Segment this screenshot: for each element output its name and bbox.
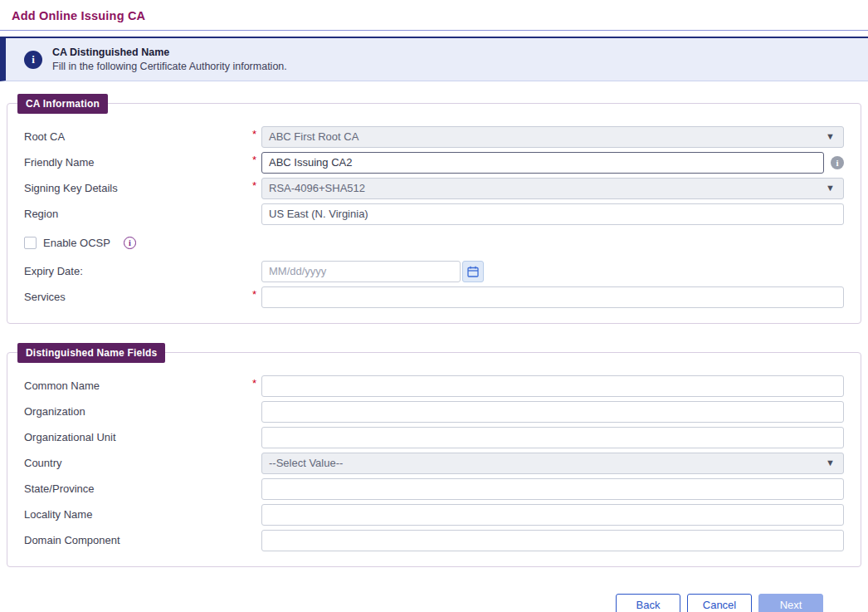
distinguished-name-badge: Distinguished Name Fields xyxy=(17,343,165,363)
country-row: Country --Select Value-- ▼ xyxy=(24,450,844,476)
root-ca-row: Root CA * ABC First Root CA ▼ xyxy=(24,124,844,149)
info-banner: i CA Distinguished Name Fill in the foll… xyxy=(0,37,868,81)
enable-ocsp-label: Enable OCSP xyxy=(43,237,110,249)
calendar-icon[interactable] xyxy=(462,261,484,282)
ca-information-section: CA Information Root CA * ABC First Root … xyxy=(7,103,861,324)
expiry-date-input[interactable] xyxy=(261,261,461,282)
services-label: Services xyxy=(24,291,261,303)
friendly-name-input[interactable] xyxy=(261,152,824,174)
organization-input[interactable] xyxy=(261,401,844,423)
root-ca-label: Root CA xyxy=(24,130,261,143)
organizational-unit-input[interactable] xyxy=(261,427,844,448)
common-name-row: Common Name * xyxy=(24,373,844,399)
signing-key-row: Signing Key Details * RSA-4096+SHA512 ▼ xyxy=(24,175,844,201)
expiry-date-row: Expiry Date: xyxy=(24,258,844,284)
signing-key-select[interactable]: RSA-4096+SHA512 ▼ xyxy=(261,178,844,199)
country-selected-value: --Select Value-- xyxy=(269,457,343,469)
root-ca-select[interactable]: ABC First Root CA ▼ xyxy=(261,126,844,148)
state-province-label: State/Province xyxy=(24,482,261,495)
root-ca-selected-value: ABC First Root CA xyxy=(269,130,358,143)
organization-row: Organization xyxy=(24,399,844,424)
required-asterisk: * xyxy=(252,377,256,389)
locality-name-row: Locality Name xyxy=(24,502,844,527)
banner-title: CA Distinguished Name xyxy=(52,47,287,58)
services-input[interactable] xyxy=(261,286,844,308)
page-header: Add Online Issuing CA xyxy=(0,0,868,30)
organization-label: Organization xyxy=(24,405,261,418)
locality-name-label: Locality Name xyxy=(24,508,261,521)
required-asterisk: * xyxy=(252,179,256,192)
region-input[interactable] xyxy=(261,203,844,225)
chevron-down-icon: ▼ xyxy=(826,132,835,141)
next-button[interactable]: Next xyxy=(758,594,823,612)
organizational-unit-row: Organizational Unit xyxy=(24,424,844,450)
domain-component-label: Domain Component xyxy=(24,534,261,546)
region-row: Region xyxy=(24,201,844,227)
required-asterisk: * xyxy=(252,154,256,166)
common-name-label: Common Name xyxy=(24,379,261,392)
signing-key-selected-value: RSA-4096+SHA512 xyxy=(269,182,365,194)
distinguished-name-section: Distinguished Name Fields Common Name * … xyxy=(7,352,861,567)
state-province-row: State/Province xyxy=(24,476,844,502)
banner-subtitle: Fill in the following Certificate Author… xyxy=(52,61,287,72)
enable-ocsp-info-icon[interactable]: i xyxy=(124,237,136,249)
banner-text: CA Distinguished Name Fill in the follow… xyxy=(52,47,287,72)
chevron-down-icon: ▼ xyxy=(826,184,835,193)
page-title: Add Online Issuing CA xyxy=(12,9,145,22)
friendly-name-label: Friendly Name xyxy=(24,156,261,169)
required-asterisk: * xyxy=(252,128,256,140)
required-asterisk: * xyxy=(252,288,256,301)
locality-name-input[interactable] xyxy=(261,504,844,526)
domain-component-input[interactable] xyxy=(261,530,844,551)
signing-key-label: Signing Key Details xyxy=(24,182,261,194)
region-label: Region xyxy=(24,208,261,220)
country-label: Country xyxy=(24,457,261,469)
title-divider xyxy=(0,30,868,31)
expiry-date-label: Expiry Date: xyxy=(24,265,261,277)
enable-ocsp-row: Enable OCSP i xyxy=(24,232,844,253)
info-icon: i xyxy=(24,51,42,69)
country-select[interactable]: --Select Value-- ▼ xyxy=(261,453,844,474)
footer-actions: Back Cancel Next xyxy=(0,594,823,612)
common-name-input[interactable] xyxy=(261,375,844,397)
enable-ocsp-checkbox[interactable] xyxy=(24,237,37,249)
chevron-down-icon: ▼ xyxy=(826,458,835,468)
state-province-input[interactable] xyxy=(261,478,844,500)
domain-component-row: Domain Component xyxy=(24,527,844,553)
back-button[interactable]: Back xyxy=(616,594,680,612)
friendly-name-info-icon[interactable]: i xyxy=(831,156,844,169)
services-row: Services * xyxy=(24,284,844,310)
organizational-unit-label: Organizational Unit xyxy=(24,431,261,443)
ca-information-badge: CA Information xyxy=(17,94,108,114)
cancel-button[interactable]: Cancel xyxy=(687,594,752,612)
friendly-name-row: Friendly Name * i xyxy=(24,149,844,175)
